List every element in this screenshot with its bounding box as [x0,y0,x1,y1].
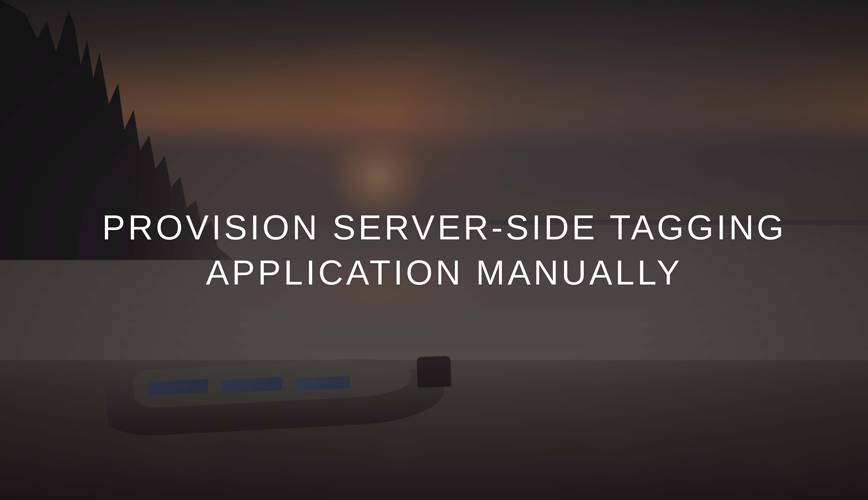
hero-container: PROVISION SERVER-SIDE TAGGING APPLICATIO… [0,0,868,500]
hero-title: PROVISION SERVER-SIDE TAGGING APPLICATIO… [0,205,868,295]
